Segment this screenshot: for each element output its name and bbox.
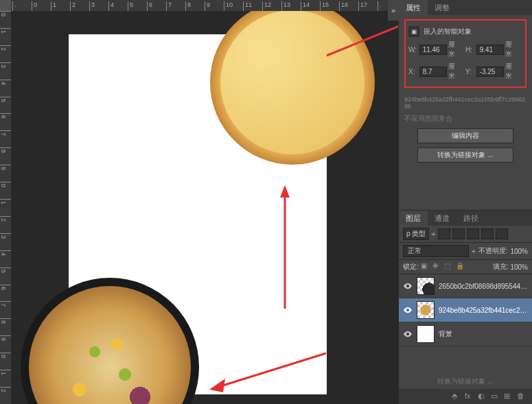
visibility-toggle-icon[interactable] xyxy=(403,329,413,339)
tab-paths[interactable]: 路径 xyxy=(456,211,485,226)
y-unit: 厘米 xyxy=(505,62,517,81)
layer-filter-row: ρ 类型 ÷ xyxy=(399,226,532,243)
visibility-toggle-icon[interactable] xyxy=(403,305,413,315)
layers-panel: 图层 通道 路径 ρ 类型 ÷ 正常 ÷ 不透明度: 100% 锁定: ▣ ✥ … xyxy=(399,210,532,404)
layer-name[interactable]: 背景 xyxy=(439,329,528,339)
tab-layers[interactable]: 图层 xyxy=(399,211,428,226)
x-label: X: xyxy=(408,68,419,75)
object-hash: 924be8b425a32fb441cec2a105b9ff7c289629b xyxy=(399,95,532,111)
edit-content-button[interactable]: 编辑内容 xyxy=(417,128,513,143)
tab-channels[interactable]: 通道 xyxy=(428,211,456,226)
canvas-area[interactable] xyxy=(11,11,399,404)
layers-footer: ⬘ fx ◐ ▭ ⊞ 🗑 xyxy=(399,389,532,404)
blend-mode-select[interactable]: 正常 xyxy=(403,245,469,257)
filter-text-icon[interactable] xyxy=(467,228,479,239)
new-layer-icon[interactable]: ⊞ xyxy=(504,392,515,401)
lock-position-icon[interactable]: ✥ xyxy=(432,262,442,272)
svg-line-2 xyxy=(216,353,326,388)
object-type-label: 嵌入的智能对象 xyxy=(424,27,472,36)
highlighted-properties: ▣ 嵌入的智能对象 W: 11.46 厘米 H: 9.41 厘米 X: 8.7 … xyxy=(404,19,527,88)
footer-link-text: 转换为链接对象 ... xyxy=(399,374,532,389)
layer-name[interactable]: 2650b0c2bf08698d895544a5543ca xyxy=(439,283,528,290)
fill-label: 填充: xyxy=(493,262,509,272)
panel-collapse-icon[interactable]: » xyxy=(388,0,399,21)
link-layers-icon[interactable]: ⬘ xyxy=(452,392,463,401)
layer-row-0[interactable]: 2650b0c2bf08698d895544a5543ca xyxy=(399,274,532,298)
width-input[interactable]: 11.46 xyxy=(419,45,447,55)
annotation-arrow-up xyxy=(275,185,295,309)
filter-type-select[interactable]: ρ 类型 xyxy=(403,228,429,240)
height-input[interactable]: 9.41 xyxy=(476,45,504,55)
layer-name[interactable]: 924be8b425a32fb441cec2a105b9ff xyxy=(439,307,528,314)
opacity-label: 不透明度: xyxy=(478,246,508,256)
lock-row: 锁定: ▣ ✥ ⬚ 🔒 填充: 100% xyxy=(399,260,532,274)
y-input[interactable]: -3.25 xyxy=(476,67,504,77)
width-unit: 厘米 xyxy=(448,40,460,59)
height-label: H: xyxy=(465,46,476,54)
ruler-horizontal: .01234567891011121314151617. xyxy=(11,0,399,12)
annotation-arrow-diag xyxy=(206,350,329,398)
convert-to-linked-button[interactable]: 转换为链接对象 ... xyxy=(417,147,513,163)
layer-style-icon[interactable]: fx xyxy=(465,392,476,401)
layer-mask-icon[interactable]: ◐ xyxy=(478,392,489,401)
x-input[interactable]: 8.7 xyxy=(419,67,447,77)
layer-thumbnail xyxy=(417,301,435,319)
layer-row-2[interactable]: 背景 xyxy=(399,322,532,346)
properties-tabs: 属性 调整 xyxy=(399,0,532,15)
layer-thumbnail xyxy=(417,277,435,295)
filter-pixel-icon[interactable] xyxy=(438,228,450,239)
x-unit: 厘米 xyxy=(448,62,460,81)
lock-all-icon[interactable]: ▣ xyxy=(421,262,430,272)
filter-adjust-icon[interactable] xyxy=(452,228,465,239)
svg-marker-1 xyxy=(280,185,290,198)
smart-object-pizza-top[interactable] xyxy=(210,11,375,165)
width-label: W: xyxy=(408,46,419,54)
no-layer-comp-label: 不应用图层复合 xyxy=(399,111,532,126)
y-label: Y: xyxy=(465,68,476,75)
lock-pixel-icon[interactable]: ⬚ xyxy=(444,262,454,272)
lock-fill-icon[interactable]: 🔒 xyxy=(456,262,465,272)
layer-thumbnail xyxy=(417,325,435,343)
smart-object-icon: ▣ xyxy=(408,26,419,37)
filter-shape-icon[interactable] xyxy=(481,228,494,239)
document-canvas[interactable] xyxy=(69,34,327,394)
tab-properties[interactable]: 属性 xyxy=(399,0,428,15)
delete-layer-icon[interactable]: 🗑 xyxy=(517,392,528,401)
tab-adjust[interactable]: 调整 xyxy=(428,0,456,15)
right-panel: » 属性 调整 ▣ 嵌入的智能对象 W: 11.46 厘米 H: 9.41 厘米… xyxy=(398,0,532,404)
layer-row-1[interactable]: 924be8b425a32fb441cec2a105b9ff xyxy=(399,298,532,322)
smart-object-pizza-bottom[interactable] xyxy=(21,278,199,404)
properties-body: ▣ 嵌入的智能对象 W: 11.46 厘米 H: 9.41 厘米 X: 8.7 … xyxy=(399,15,532,95)
ruler-vertical: 01234567890123456789012 xyxy=(0,11,12,404)
new-group-icon[interactable]: ▭ xyxy=(491,392,502,401)
filter-smart-icon[interactable] xyxy=(496,228,508,239)
svg-marker-3 xyxy=(209,379,225,392)
blend-mode-row: 正常 ÷ 不透明度: 100% xyxy=(399,243,532,260)
visibility-toggle-icon[interactable] xyxy=(403,281,413,291)
opacity-value[interactable]: 100% xyxy=(510,248,528,255)
lock-label: 锁定: xyxy=(403,262,419,272)
fill-value[interactable]: 100% xyxy=(510,263,528,271)
height-unit: 厘米 xyxy=(505,40,517,59)
